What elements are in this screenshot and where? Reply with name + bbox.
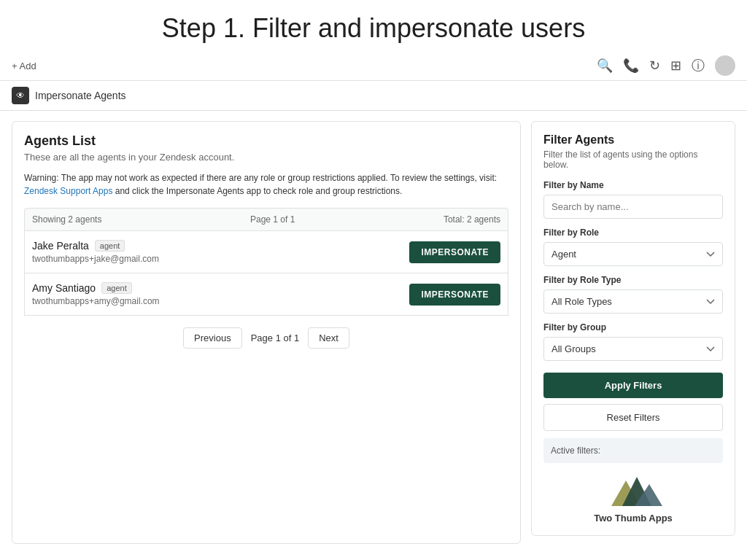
top-bar-actions: 🔍 📞 ↻ ⊞ ⓘ xyxy=(597,55,735,76)
agents-heading: Agents List xyxy=(24,133,508,149)
filter-by-role-type-section: Filter by Role Type All Role Types Custo… xyxy=(543,275,723,314)
search-input[interactable] xyxy=(543,195,723,219)
page-indicator: Page 1 of 1 xyxy=(250,214,295,225)
main-content: Agents List These are all the agents in … xyxy=(0,111,747,554)
warning-suffix: and click the Impersonate Agents app to … xyxy=(115,186,403,196)
filter-by-role-section: Filter by Role Agent Admin All Roles xyxy=(543,228,723,266)
role-select[interactable]: Agent Admin All Roles xyxy=(543,242,723,266)
agent-email: twothumbapps+jake@gmail.com xyxy=(32,254,159,264)
zendesk-link[interactable]: Zendesk Support Apps xyxy=(24,186,112,196)
filter-subtitle: Filter the list of agents using the opti… xyxy=(543,149,723,170)
top-bar: + Add 🔍 📞 ↻ ⊞ ⓘ xyxy=(0,51,747,81)
page-title: Step 1. Filter and impersonate users xyxy=(0,0,747,51)
logo-icon xyxy=(604,473,662,510)
filter-by-group-section: Filter by Group All Groups xyxy=(543,322,723,361)
logo-area: Two Thumb Apps xyxy=(543,473,723,524)
filter-by-group-label: Filter by Group xyxy=(543,322,723,332)
reset-filters-button[interactable]: Reset Filters xyxy=(543,404,723,431)
active-filters-section: Active filters: xyxy=(543,438,723,463)
phone-icon[interactable]: 📞 xyxy=(623,58,639,74)
help-icon[interactable]: ⓘ xyxy=(692,57,705,74)
filter-by-name-section: Filter by Name xyxy=(543,180,723,219)
pagination: Previous Page 1 of 1 Next xyxy=(24,327,508,349)
warning-text: Warning: The app may not work as expecte… xyxy=(24,173,497,183)
avatar[interactable] xyxy=(715,55,735,76)
agent-badge: agent xyxy=(95,240,125,252)
add-button[interactable]: + Add xyxy=(12,61,36,71)
agent-name: Jake Peralta xyxy=(32,240,89,252)
search-icon[interactable]: 🔍 xyxy=(597,58,613,74)
agents-subtitle: These are all the agents in your Zendesk… xyxy=(24,152,508,163)
plus-icon: + Add xyxy=(12,61,36,71)
filter-panel: Filter Agents Filter the list of agents … xyxy=(531,121,735,536)
previous-button[interactable]: Previous xyxy=(183,327,242,349)
agent-email: twothumbapps+amy@gmail.com xyxy=(32,296,160,306)
warning-box: Warning: The app may not work as expecte… xyxy=(24,171,508,198)
agent-info: Jake Peralta agent twothumbapps+jake@gma… xyxy=(32,240,159,264)
agent-badge: agent xyxy=(101,282,132,294)
filter-by-role-label: Filter by Role xyxy=(543,228,723,238)
group-select[interactable]: All Groups xyxy=(543,337,723,361)
filter-heading: Filter Agents xyxy=(543,133,723,147)
filter-by-role-type-label: Filter by Role Type xyxy=(543,275,723,285)
agents-table-header: Showing 2 agents Page 1 of 1 Total: 2 ag… xyxy=(24,208,508,231)
filter-by-name-label: Filter by Name xyxy=(543,180,723,190)
section-header: 👁 Impersonate Agents xyxy=(0,81,747,111)
active-filters-label: Active filters: xyxy=(551,446,600,456)
section-title: Impersonate Agents xyxy=(35,90,126,101)
apply-filters-button[interactable]: Apply Filters xyxy=(543,373,723,398)
refresh-icon[interactable]: ↻ xyxy=(649,58,660,74)
table-row: Amy Santiago agent twothumbapps+amy@gmai… xyxy=(24,273,508,316)
agent-name: Amy Santiago xyxy=(32,282,96,294)
table-row: Jake Peralta agent twothumbapps+jake@gma… xyxy=(24,231,508,273)
agent-name-row: Jake Peralta agent xyxy=(32,240,159,252)
total-agents: Total: 2 agents xyxy=(444,214,500,225)
grid-icon[interactable]: ⊞ xyxy=(670,58,681,74)
impersonate-button[interactable]: IMPERSONATE xyxy=(409,284,500,306)
showing-agents: Showing 2 agents xyxy=(32,214,101,225)
role-type-select[interactable]: All Role Types Custom Default xyxy=(543,289,723,314)
impersonate-button[interactable]: IMPERSONATE xyxy=(409,241,500,263)
agent-info: Amy Santiago agent twothumbapps+amy@gmai… xyxy=(32,282,160,306)
eye-icon: 👁 xyxy=(12,87,29,104)
pagination-current: Page 1 of 1 xyxy=(251,332,300,343)
logo-text: Two Thumb Apps xyxy=(543,513,723,524)
next-button[interactable]: Next xyxy=(308,327,349,349)
agent-name-row: Amy Santiago agent xyxy=(32,282,160,294)
agents-panel: Agents List These are all the agents in … xyxy=(12,121,521,544)
